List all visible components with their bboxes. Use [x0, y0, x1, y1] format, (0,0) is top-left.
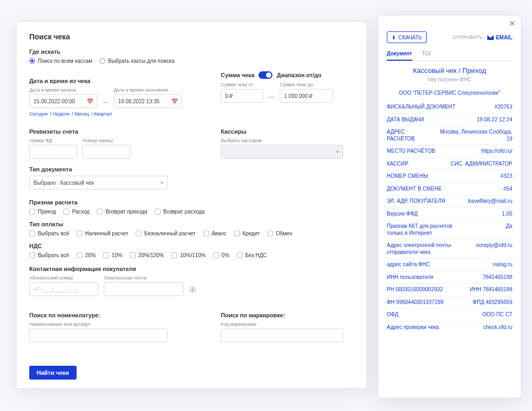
calcsign-option-label: Возврат прихода	[105, 209, 147, 215]
receipt-row: ФИСКАЛЬНЫЙ ДОКУМЕНТ#20763	[387, 101, 512, 113]
paytype-option[interactable]: Обмен	[267, 231, 292, 236]
vat-option[interactable]: 20%	[77, 252, 96, 258]
receipt-row-value: https://ofd.ru/	[481, 148, 512, 155]
checkbox-icon	[77, 231, 82, 236]
checkbox-icon	[234, 231, 240, 236]
sum-to-label: Сумма чека до	[280, 82, 333, 87]
find-checks-button[interactable]: Найти чеки	[29, 366, 77, 380]
calcsign-option[interactable]: Возврат прихода	[97, 209, 147, 215]
close-icon[interactable]: ✕	[509, 20, 516, 27]
radio-dot-icon	[99, 58, 105, 64]
quick-today[interactable]: Сегодня	[29, 111, 48, 117]
paytype-option[interactable]: Безналичный расчет	[136, 231, 195, 236]
receipt-row-value: #54	[503, 186, 512, 193]
info-icon[interactable]: i	[189, 286, 196, 293]
quick-month[interactable]: Месяц	[74, 111, 89, 117]
calendar-icon: 📅	[171, 98, 178, 104]
receipt-company: ООО "ПЕТЕР-СЕРВИС Спецтехнологии"	[387, 90, 512, 96]
receipt-row: РН 0003016009002932ИНН 7841465198	[387, 283, 512, 296]
receipt-row-value: #20763	[495, 104, 512, 111]
vat-option[interactable]: 0%	[213, 252, 229, 258]
paytype-option-label: Наличный расчет	[85, 231, 129, 236]
sum-from-input[interactable]: 0 ₽	[221, 89, 263, 103]
buyer-email-input[interactable]	[104, 282, 184, 296]
vat-option-label: 10%/110%	[180, 252, 205, 258]
quick-week[interactable]: Неделя	[53, 111, 69, 117]
nomenclature-label: Поиск по номенклатуре:	[29, 312, 200, 318]
receipt-title: Кассовый чек / Приход	[387, 67, 512, 75]
chevron-down-icon: ▾	[161, 180, 163, 185]
paytype-option-label: Безналичный расчет	[144, 231, 195, 236]
radio-dot-icon	[29, 58, 35, 64]
paytype-label: Тип оплаты	[29, 221, 354, 227]
send-email-link[interactable]: EMAIL	[487, 35, 512, 40]
paytype-option[interactable]: Кредит	[234, 231, 260, 236]
receipt-row: ДОКУМЕНТ В СМЕНЕ#54	[387, 183, 512, 195]
tab-tlv[interactable]: TLV	[422, 48, 431, 61]
chevron-down-icon: ▾	[336, 149, 339, 154]
end-date-input[interactable]: 19.08.2022 13:35 📅	[114, 94, 182, 108]
receipt-row-value: 1.05	[502, 211, 512, 218]
vat-option[interactable]: 10%	[103, 252, 122, 258]
start-date-value: 15.08.2022 00:00	[34, 98, 75, 104]
start-date-input[interactable]: 15.08.2022 00:00 📅	[29, 94, 97, 108]
paytype-option[interactable]: Выбрать всё	[29, 231, 69, 236]
receipt-row: ИНН пользователя7841465198	[387, 271, 512, 284]
paytype-option[interactable]: Наличный расчет	[77, 231, 129, 236]
paytype-option[interactable]: Аванс	[203, 231, 227, 236]
datetime-label: Дата и время из чека	[29, 78, 200, 84]
sum-range-toggle[interactable]	[259, 71, 272, 79]
receipt-row-key: КАССИР	[387, 161, 409, 168]
receipt-row-key: ФИСКАЛЬНЫЙ ДОКУМЕНТ	[387, 104, 455, 111]
buyer-phone-input[interactable]: +7 (___) ___-__-__	[29, 282, 98, 296]
checkbox-icon	[213, 252, 219, 258]
quick-quarter[interactable]: Квартал	[94, 111, 112, 117]
radio-search-pick[interactable]: Выбрать кассы для поиска	[99, 58, 174, 64]
doctype-select[interactable]: Выбрано : Кассовый чек ▾	[29, 176, 168, 190]
vat-option[interactable]: Без НДС	[237, 252, 267, 258]
receipt-row-key: НОМЕР СМЕНЫ	[387, 173, 428, 180]
tab-document[interactable]: Документ	[387, 48, 412, 61]
nomenclature-input[interactable]	[29, 328, 168, 342]
vat-option-label: 20%/120%	[138, 252, 164, 258]
shift-input[interactable]	[82, 145, 130, 159]
receipt-row: Признак ККТ для расчетов только в Интерн…	[387, 220, 512, 239]
end-date-label: Дата и время окончания	[114, 87, 182, 93]
vat-option[interactable]: 20%/120%	[130, 252, 164, 258]
receipt-row-key: ИНН пользователя	[387, 274, 434, 281]
vat-option-label: 0%	[222, 252, 229, 258]
calcsign-label: Признак расчета	[29, 199, 354, 206]
vat-options: Выбрать всё20%10%20%/120%10%/110%0%Без Н…	[29, 252, 354, 258]
receipt-row-value: Да	[506, 223, 512, 230]
date-dash: —	[103, 98, 109, 108]
vat-option[interactable]: 10%/110%	[171, 252, 205, 258]
calcsign-option[interactable]: Возврат расхода	[155, 209, 205, 215]
fd-input[interactable]	[29, 145, 77, 159]
calendar-icon: 📅	[87, 98, 93, 104]
vat-label: НДС	[29, 243, 354, 249]
receipt-row-value: 7841465198	[483, 274, 512, 281]
download-button[interactable]: ⬇ СКАЧАТЬ	[387, 31, 427, 43]
download-icon: ⬇	[392, 35, 396, 40]
radio-search-all[interactable]: Поиск по всем кассам	[29, 58, 92, 64]
checkbox-icon	[77, 252, 82, 258]
calcsign-option[interactable]: Расход	[63, 209, 89, 215]
receipt-row: МЕСТО РАСЧЁТОВhttps://ofd.ru/	[387, 145, 512, 158]
receipt-row-key: Признак ККТ для расчетов только в Интерн…	[387, 223, 456, 236]
sum-to-input[interactable]: 1 000 000 ₽	[280, 89, 333, 103]
receipt-row: АДРЕС РАСЧЁТОВМосква, Ленинская Слобода,…	[387, 126, 512, 145]
vat-option[interactable]: Выбрать всё	[29, 252, 69, 258]
checkbox-icon	[203, 231, 209, 236]
marking-input[interactable]	[221, 328, 343, 342]
receipt-row-value: ИНН 7841465198	[470, 286, 512, 293]
fd-label: Номер ФД	[29, 138, 77, 143]
vat-option-label: 10%	[112, 252, 122, 258]
checkbox-icon	[171, 252, 177, 258]
marking-input-label: Код маркировки	[221, 322, 354, 327]
checkbox-icon	[103, 252, 109, 258]
calcsign-option[interactable]: Приход	[29, 209, 56, 215]
cashiers-select[interactable]: ▾	[221, 145, 343, 159]
radio-label: Выбрать кассы для поиска	[108, 58, 174, 64]
checkbox-icon	[267, 231, 273, 236]
receipt-row-value: travelfairy@mail.ru	[468, 198, 512, 205]
